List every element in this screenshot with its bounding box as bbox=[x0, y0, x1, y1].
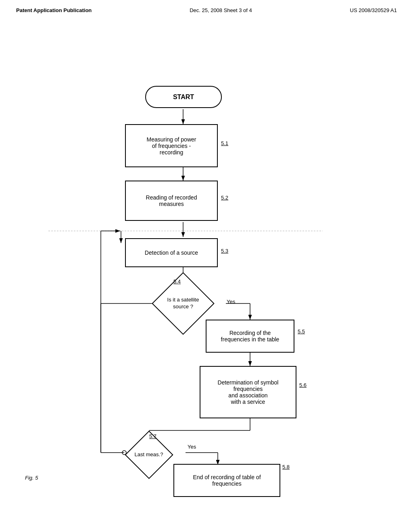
node-53-label: Detection of a source bbox=[145, 249, 198, 256]
step-58-label: 5.8 bbox=[282, 464, 290, 470]
svg-text:Yes: Yes bbox=[188, 444, 196, 450]
node-51-label: Measuring of power of frequencies - reco… bbox=[147, 136, 196, 156]
node-57-label: Last meas.? bbox=[135, 451, 163, 458]
yes-54-label: Yes bbox=[227, 299, 235, 305]
page-header: Patent Application Publication Dec. 25, … bbox=[0, 0, 413, 13]
fig-label: Fig. 5 bbox=[25, 475, 38, 481]
node-56: Determination of symbol frequencies and … bbox=[200, 366, 296, 418]
node-58: End of recording of table of frequencies bbox=[173, 464, 280, 497]
start-node: START bbox=[145, 86, 222, 108]
node-51: Measuring of power of frequencies - reco… bbox=[125, 124, 218, 167]
start-label: START bbox=[173, 94, 194, 101]
node-52-label: Reading of recorded measures bbox=[146, 194, 197, 207]
header-left: Patent Application Publication bbox=[16, 7, 92, 13]
node-54-label: Is it a satellite source ? bbox=[167, 297, 199, 310]
step-53-label: 5.3 bbox=[221, 248, 228, 254]
header-mid: Dec. 25, 2008 Sheet 3 of 4 bbox=[190, 7, 252, 13]
node-58-label: End of recording of table of frequencies bbox=[193, 474, 261, 487]
header-right: US 2008/320529 A1 bbox=[350, 7, 397, 13]
diagram-area: Yes START Measuring of power of frequenc… bbox=[0, 21, 413, 513]
step-52-label: 5.2 bbox=[221, 195, 228, 201]
node-56-label: Determination of symbol frequencies and … bbox=[218, 379, 279, 405]
step-56-label: 5.6 bbox=[299, 382, 307, 388]
step-54-label: 5.4 bbox=[173, 278, 181, 285]
step-55-label: 5.5 bbox=[298, 328, 305, 335]
node-55-label: Recording of the frequencies in the tabl… bbox=[221, 330, 280, 343]
step-51-label: 5.1 bbox=[221, 140, 228, 146]
node-53: Detection of a source bbox=[125, 238, 218, 267]
node-52: Reading of recorded measures bbox=[125, 181, 218, 221]
node-55: Recording of the frequencies in the tabl… bbox=[206, 320, 294, 353]
step-57-label: 5.7 bbox=[149, 433, 156, 439]
